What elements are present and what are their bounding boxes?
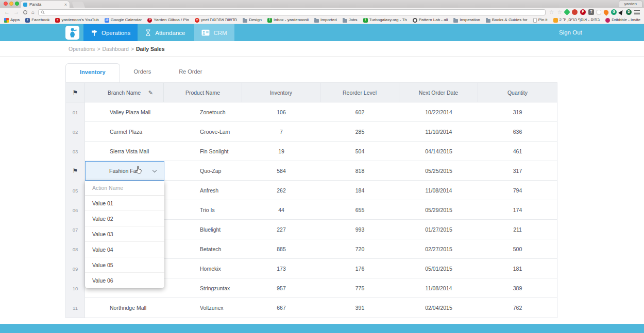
flag-icon: ⚑ [73,90,78,96]
breadcrumb-dashboard[interactable]: Dashboard [103,46,129,52]
dropdown-item[interactable]: Value 05 [85,257,164,273]
bookmark-item[interactable]: בתים - אוסף הרים, יד 2 [553,18,600,23]
home-button[interactable]: ⌂ [31,10,35,15]
branch-cell[interactable]: Sierra Vista Mall [85,148,164,154]
branch-cell[interactable]: Carmel Plaza [85,129,164,135]
row-flag-icon: ⚑ [73,168,78,174]
inventory-cell: 173 [242,266,320,272]
product-cell: Stringzuntax [164,285,242,291]
bookmark-item[interactable]: Insperation [453,18,480,23]
product-cell: Betatech [164,246,242,252]
address-bar[interactable] [38,9,546,15]
pinterest-extension-icon[interactable]: P [580,9,586,15]
branch-dropdown-trigger[interactable]: Fashion Fair [85,161,164,181]
favicon-icon: P [147,18,152,23]
edit-branch-icon[interactable]: ✎ [148,90,153,96]
bookmark-item[interactable]: Pin it [533,18,548,23]
tab-close-icon[interactable]: × [64,3,67,7]
frame-extension-icon[interactable] [597,10,601,14]
cursor-extension-icon[interactable] [618,9,624,15]
bookmark-star-icon[interactable]: ☆ [557,10,562,15]
nav-tab-operations[interactable]: Operations [83,24,138,41]
column-header-label: Branch Name [108,90,141,96]
favicon-icon [553,18,558,23]
bookmark-item[interactable]: yynet חדשות אחרונות [195,18,237,23]
d-extension-icon[interactable]: D [626,9,632,15]
breadcrumb-operations[interactable]: Operations [69,46,95,52]
profile-chip[interactable]: yarden [619,1,642,7]
bookmark-label: בתים - אוסף הרים, יד 2 [560,18,600,22]
favicon-icon [413,18,417,23]
nav-tab-attendance[interactable]: Attendance [138,24,192,41]
forward-button[interactable]: → [13,9,19,15]
row-index: 09 [66,259,85,278]
dropdown-item[interactable]: Value 02 [85,211,164,226]
quantity-cell: 174 [478,207,557,213]
browser-tab[interactable]: Panda × [21,1,70,8]
panda-logo[interactable] [65,26,79,40]
bookmark-label: Design [249,18,262,22]
tab-orders[interactable]: Orders [120,63,165,80]
bookmark-item[interactable]: PYarden Gilboa / Pin [147,18,189,23]
window-zoom-button[interactable] [15,2,19,6]
flame-extension-icon[interactable] [603,9,609,15]
column-header-quantity[interactable]: Quantity [478,83,557,102]
bookmark-item[interactable]: Books & Guides for [486,18,528,23]
row-index: 08 [66,239,85,259]
folder-icon [243,19,247,23]
bookmark-item[interactable]: fFacebook [25,18,49,23]
row-index: 11 [66,298,85,318]
grammarly-extension-icon[interactable]: G [611,9,617,15]
tab-inventory[interactable]: Inventory [65,63,120,82]
column-header-product-name[interactable]: Product Name [164,83,242,102]
dropdown-item[interactable]: Value 04 [85,242,164,257]
nav-tab-crm[interactable]: CRM [194,24,234,41]
branch-cell[interactable]: Northridge Mall [85,305,164,311]
column-header-branch-name[interactable]: Branch Name✎ [85,83,164,102]
dropdown-item[interactable]: Value 03 [85,226,164,242]
next-order-date-cell: 11/10/2014 [399,129,478,135]
row-index: 05 [66,181,85,200]
column-header-inventory[interactable]: Inventory [242,83,320,102]
dropdown-item[interactable]: Value 01 [85,196,164,211]
bookmark-item[interactable]: ▸yardenoon's YouTub [55,18,98,23]
bookmark-item[interactable]: Dribbble - Invite [605,18,640,23]
evernote-extension-icon[interactable] [564,9,570,15]
t-extension-icon[interactable]: T [588,9,594,15]
table-row: 03Sierra Vista MallFin Sonlight1950404/1… [66,142,557,161]
tab-re-order[interactable]: Re Order [165,63,216,80]
bookmarks-bar: AppsfFacebook▸yardenoon's YouTub15Google… [0,16,644,24]
window-close-button[interactable] [4,2,8,6]
bookmark-item[interactable]: TInbox - yardenoonli [267,18,309,23]
product-cell: Quo-Zap [164,168,242,174]
product-cell: Zonetouch [164,109,242,115]
bookmark-item[interactable]: Apps [4,18,20,23]
adblock-extension-icon[interactable] [572,9,578,15]
reorder-level-cell: 184 [320,187,399,194]
next-order-date-cell: 11/08/2014 [399,285,478,291]
window-minimize-button[interactable] [9,2,13,6]
chrome-menu-icon[interactable] [634,10,640,14]
new-tab-button[interactable] [72,2,85,8]
column-header-reorder-level[interactable]: Reorder Level [320,83,399,102]
bookmark-item[interactable]: Jobs [343,18,358,23]
dropdown-item[interactable]: Value 06 [85,273,164,288]
bookmark-item[interactable]: Design [243,18,262,23]
reorder-level-cell: 818 [320,168,399,174]
refresh-button[interactable] [23,10,28,15]
bookmark-item[interactable]: Pattern Lab - all [413,18,448,23]
branch-cell[interactable]: Valley Plaza Mall [85,109,164,115]
bookmark-star-icon[interactable]: ☆ [549,10,554,15]
next-order-date-cell: 05/25/2015 [399,168,478,174]
sign-out-button[interactable]: Sign Out [559,24,582,41]
table-row: 01Valley Plaza MallZonetouch10660210/22/… [66,102,557,122]
bookmark-item[interactable]: 15Google Calendar [105,18,142,23]
action-dropdown: Action Name Value 01Value 02Value 03Valu… [85,181,164,288]
row-index: 06 [66,200,85,220]
bookmark-item[interactable]: TTurbogalaxy.org - Th [363,18,407,23]
bookmark-item[interactable]: Imported [314,18,337,23]
column-header-next-order-date[interactable]: Next Order Date [399,83,478,102]
bookmark-label: Imported [320,18,337,22]
dropdown-items: Value 01Value 02Value 03Value 04Value 05… [85,196,164,288]
back-button[interactable]: ← [4,9,10,15]
